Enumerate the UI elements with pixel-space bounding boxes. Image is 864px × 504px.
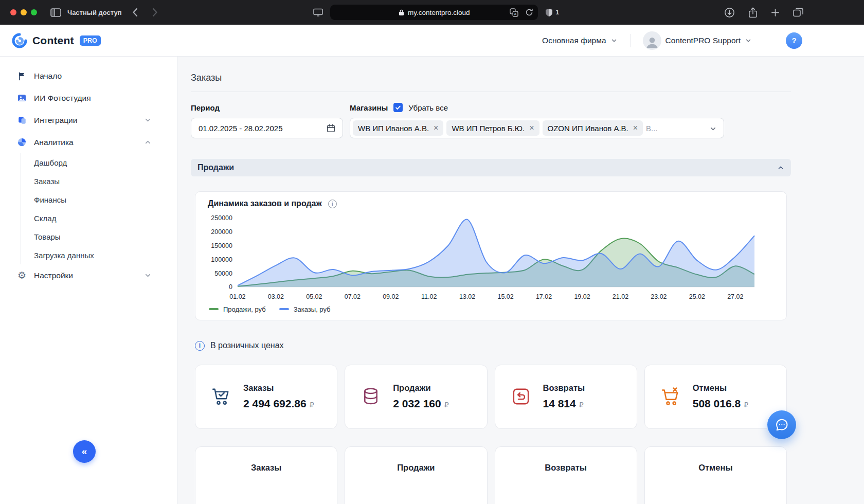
svg-text:27.02: 27.02	[727, 293, 743, 300]
svg-text:17.02: 17.02	[536, 293, 552, 300]
currency-symbol: ₽	[579, 401, 584, 409]
share-icon[interactable]	[748, 7, 758, 18]
support-chat-button[interactable]	[767, 410, 796, 439]
calendar-icon	[326, 123, 336, 133]
clear-all-label[interactable]: Убрать все	[408, 103, 448, 112]
legend-label: Продажи, руб	[223, 305, 266, 313]
period-value: 01.02.2025 - 28.02.2025	[199, 124, 282, 133]
back-button[interactable]	[132, 8, 138, 17]
extension-shield-badge[interactable]: 1	[545, 8, 559, 17]
sidebar-item-home[interactable]: Начало	[0, 65, 177, 87]
page-title: Заказы	[191, 73, 791, 83]
chart-title: Динамика заказов и продаж	[208, 199, 322, 208]
window-controls	[10, 9, 37, 15]
chip-remove-icon[interactable]: ×	[529, 124, 534, 132]
new-tab-icon[interactable]	[771, 8, 780, 17]
app-logo[interactable]: Content PRO	[11, 32, 101, 49]
stat-title: Отмены	[693, 383, 748, 393]
window-minimize-button[interactable]	[21, 9, 27, 15]
help-button[interactable]: ?	[786, 32, 802, 49]
section-title: Продажи	[197, 163, 234, 172]
legend-item-orders: Заказы, руб	[279, 305, 331, 313]
retail-prices-note: i В розничных ценах	[195, 341, 787, 351]
window-zoom-button[interactable]	[31, 9, 37, 15]
tab-overview-icon[interactable]	[793, 8, 803, 17]
currency-symbol: ₽	[744, 401, 748, 409]
dynamics-chart: 05000010000015000020000025000001.0203.02…	[204, 213, 778, 304]
svg-text:100000: 100000	[211, 256, 232, 263]
sidebar-item-label: ИИ Фотостудия	[34, 94, 91, 103]
chip-remove-icon[interactable]: ×	[633, 124, 638, 132]
stat-title: Заказы	[251, 463, 281, 473]
translate-icon[interactable]: A	[510, 8, 518, 17]
page-settings-icon[interactable]	[313, 8, 323, 16]
sidebar-subitem-products[interactable]: Товары	[21, 227, 177, 246]
stat-title: Возвраты	[543, 383, 585, 393]
svg-text:15.02: 15.02	[497, 293, 513, 300]
svg-text:50000: 50000	[214, 270, 232, 277]
analytics-icon	[17, 137, 27, 147]
shop-chip-label: WB ИП Петров Б.Ю.	[452, 124, 525, 133]
legend-label: Заказы, руб	[294, 305, 331, 313]
sidebar-item-analytics[interactable]: Аналитика	[0, 131, 177, 153]
svg-text:250000: 250000	[211, 214, 232, 222]
sidebar-toggle-icon[interactable]	[50, 8, 61, 17]
check-icon	[395, 104, 401, 111]
legend-swatch	[209, 308, 219, 310]
clear-all-checkbox[interactable]	[393, 103, 403, 112]
photo-icon	[17, 93, 27, 103]
sidebar-item-label: Настройки	[34, 271, 73, 280]
shop-chip: WB ИП Иванов А.В. ×	[353, 120, 443, 136]
avatar	[643, 31, 661, 50]
info-icon[interactable]: i	[195, 341, 205, 351]
svg-text:09.02: 09.02	[383, 293, 399, 300]
window-close-button[interactable]	[10, 9, 16, 15]
downloads-icon[interactable]	[724, 7, 735, 18]
stat-value: 508 016.8	[693, 398, 741, 409]
sidebar-item-settings[interactable]: ⚙ Настройки	[0, 264, 177, 286]
sidebar-collapse-button[interactable]: «	[73, 440, 96, 463]
shops-multiselect[interactable]: WB ИП Иванов А.В. × WB ИП Петров Б.Ю. × …	[350, 118, 724, 138]
header-divider	[630, 34, 631, 47]
gear-icon: ⚙	[17, 271, 27, 280]
analytics-submenu: Дашборд Заказы Финансы Склад Товары Загр…	[21, 153, 177, 264]
chevron-down-icon	[610, 37, 618, 44]
shield-count: 1	[555, 9, 559, 16]
sidebar-subitem-orders[interactable]: Заказы	[21, 172, 177, 190]
chevron-down-icon	[144, 272, 152, 279]
address-bar[interactable]: my.contentpro.cloud A	[330, 5, 538, 20]
chat-bubble-icon	[775, 418, 789, 432]
forward-button[interactable]	[152, 8, 158, 17]
sales-section-header[interactable]: Продажи	[191, 159, 791, 176]
url-text: my.contentpro.cloud	[408, 9, 470, 16]
chevron-down-icon[interactable]	[709, 125, 717, 133]
app-header: Content PRO Основная фирма ContentPRO Su…	[0, 25, 864, 57]
sidebar-subitem-finances[interactable]: Финансы	[21, 190, 177, 209]
info-icon[interactable]: i	[328, 200, 337, 208]
shop-chip-label: OZON ИП Иванов А.В.	[548, 124, 628, 133]
sidebar-item-ai-photostudio[interactable]: ИИ Фотостудия	[0, 87, 177, 109]
period-input[interactable]: 01.02.2025 - 28.02.2025	[191, 118, 343, 138]
sidebar-subitem-dashboard[interactable]: Дашборд	[21, 153, 177, 172]
account-selector-label: ContentPRO Support	[665, 36, 741, 45]
sidebar-subitem-data-upload[interactable]: Загрузка данных	[21, 246, 177, 264]
cart-check-icon	[211, 386, 231, 407]
sidebar-subitem-warehouse[interactable]: Склад	[21, 209, 177, 227]
sidebar-item-integrations[interactable]: Интеграции	[0, 109, 177, 131]
svg-text:05.02: 05.02	[306, 293, 322, 300]
reload-icon[interactable]	[525, 8, 533, 16]
browser-chrome: Частный доступ my.contentpro.cloud A	[0, 0, 864, 25]
return-box-icon	[511, 386, 531, 407]
chip-remove-icon[interactable]: ×	[434, 124, 438, 132]
lock-icon	[399, 9, 404, 16]
chevron-up-icon	[144, 138, 152, 146]
stats-row-2: Заказы Продажи Возвраты Отмены	[195, 446, 787, 504]
stat-title: Продажи	[397, 463, 435, 473]
svg-text:200000: 200000	[211, 228, 232, 236]
account-selector[interactable]: ContentPRO Support	[643, 31, 752, 50]
company-selector[interactable]: Основная фирма	[542, 36, 617, 45]
shop-chip-label: WB ИП Иванов А.В.	[358, 124, 429, 133]
svg-text:0: 0	[229, 283, 232, 291]
stat-title: Отмены	[698, 463, 732, 473]
chevron-up-icon[interactable]	[777, 164, 784, 171]
